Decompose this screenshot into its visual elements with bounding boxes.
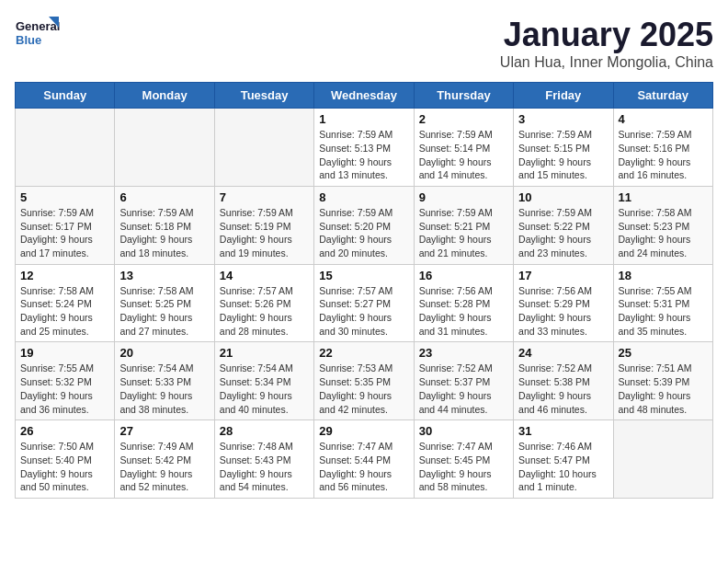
weekday-sunday: Sunday: [16, 83, 115, 109]
day-info: Sunrise: 7:56 AMSunset: 5:28 PMDaylight:…: [419, 284, 508, 339]
day-number: 10: [518, 190, 608, 204]
day-info: Sunrise: 7:57 AMSunset: 5:26 PMDaylight:…: [220, 284, 309, 339]
day-number: 20: [119, 346, 209, 360]
calendar-week-4: 19Sunrise: 7:55 AMSunset: 5:32 PMDayligh…: [16, 342, 713, 420]
day-number: 2: [419, 112, 508, 126]
weekday-saturday: Saturday: [613, 83, 712, 109]
day-number: 28: [220, 424, 309, 438]
day-info: Sunrise: 7:50 AMSunset: 5:40 PMDaylight:…: [20, 440, 109, 494]
day-number: 18: [619, 269, 708, 282]
weekday-tuesday: Tuesday: [214, 83, 313, 109]
day-info: Sunrise: 7:59 AMSunset: 5:13 PMDaylight:…: [319, 128, 408, 182]
day-number: 31: [518, 424, 608, 438]
day-info: Sunrise: 7:59 AMSunset: 5:18 PMDaylight:…: [119, 206, 209, 260]
calendar-subtitle: Ulan Hua, Inner Mongolia, China: [500, 54, 713, 71]
calendar-cell: 20Sunrise: 7:54 AMSunset: 5:33 PMDayligh…: [115, 342, 214, 420]
calendar-cell: 21Sunrise: 7:54 AMSunset: 5:34 PMDayligh…: [214, 342, 313, 420]
calendar-header: SundayMondayTuesdayWednesdayThursdayFrid…: [16, 83, 713, 109]
calendar-cell: 1Sunrise: 7:59 AMSunset: 5:13 PMDaylight…: [314, 109, 414, 187]
day-info: Sunrise: 7:48 AMSunset: 5:43 PMDaylight:…: [220, 440, 309, 494]
day-number: 6: [119, 190, 209, 204]
calendar-cell: 31Sunrise: 7:46 AMSunset: 5:47 PMDayligh…: [514, 420, 613, 499]
calendar-cell: 2Sunrise: 7:59 AMSunset: 5:14 PMDaylight…: [414, 109, 513, 187]
day-number: 12: [20, 269, 109, 282]
day-number: 25: [619, 346, 708, 360]
calendar-week-2: 5Sunrise: 7:59 AMSunset: 5:17 PMDaylight…: [16, 186, 713, 264]
title-area: January 2025 Ulan Hua, Inner Mongolia, C…: [500, 15, 713, 71]
day-number: 9: [419, 190, 508, 204]
calendar-cell: 16Sunrise: 7:56 AMSunset: 5:28 PMDayligh…: [414, 264, 513, 342]
calendar-week-5: 26Sunrise: 7:50 AMSunset: 5:40 PMDayligh…: [16, 420, 713, 499]
calendar-cell: 24Sunrise: 7:52 AMSunset: 5:38 PMDayligh…: [514, 342, 613, 420]
day-number: 30: [419, 424, 508, 438]
day-info: Sunrise: 7:59 AMSunset: 5:20 PMDaylight:…: [319, 206, 408, 260]
day-number: 24: [518, 346, 608, 360]
day-info: Sunrise: 7:49 AMSunset: 5:42 PMDaylight:…: [119, 440, 209, 494]
day-info: Sunrise: 7:59 AMSunset: 5:16 PMDaylight:…: [619, 128, 708, 182]
day-info: Sunrise: 7:56 AMSunset: 5:29 PMDaylight:…: [518, 284, 608, 339]
calendar-cell: 18Sunrise: 7:55 AMSunset: 5:31 PMDayligh…: [613, 264, 712, 342]
weekday-wednesday: Wednesday: [314, 83, 414, 109]
weekday-header-row: SundayMondayTuesdayWednesdayThursdayFrid…: [16, 83, 713, 109]
day-info: Sunrise: 7:59 AMSunset: 5:14 PMDaylight:…: [419, 128, 508, 182]
calendar-cell: 17Sunrise: 7:56 AMSunset: 5:29 PMDayligh…: [514, 264, 613, 342]
svg-text:Blue: Blue: [16, 33, 41, 47]
day-number: 1: [319, 112, 408, 126]
calendar-cell: 6Sunrise: 7:59 AMSunset: 5:18 PMDaylight…: [115, 186, 214, 264]
logo: General Blue: [15, 15, 61, 55]
day-info: Sunrise: 7:52 AMSunset: 5:37 PMDaylight:…: [419, 362, 508, 416]
day-info: Sunrise: 7:54 AMSunset: 5:34 PMDaylight:…: [220, 362, 309, 416]
day-info: Sunrise: 7:59 AMSunset: 5:19 PMDaylight:…: [220, 206, 309, 260]
day-number: 4: [619, 112, 708, 126]
calendar-week-1: 1Sunrise: 7:59 AMSunset: 5:13 PMDaylight…: [16, 109, 713, 187]
calendar-title: January 2025: [500, 15, 713, 54]
calendar-cell: [214, 109, 313, 187]
day-number: 21: [220, 346, 309, 360]
calendar-cell: 22Sunrise: 7:53 AMSunset: 5:35 PMDayligh…: [314, 342, 414, 420]
calendar-cell: 4Sunrise: 7:59 AMSunset: 5:16 PMDaylight…: [613, 109, 712, 187]
calendar-table: SundayMondayTuesdayWednesdayThursdayFrid…: [15, 82, 713, 499]
day-number: 19: [20, 346, 109, 360]
day-number: 15: [319, 269, 408, 282]
day-number: 29: [319, 424, 408, 438]
day-info: Sunrise: 7:57 AMSunset: 5:27 PMDaylight:…: [319, 284, 408, 339]
calendar-cell: 30Sunrise: 7:47 AMSunset: 5:45 PMDayligh…: [414, 420, 513, 499]
general-blue-logo-icon: General Blue: [15, 15, 61, 55]
calendar-cell: 8Sunrise: 7:59 AMSunset: 5:20 PMDaylight…: [314, 186, 414, 264]
calendar-cell: 26Sunrise: 7:50 AMSunset: 5:40 PMDayligh…: [16, 420, 115, 499]
day-info: Sunrise: 7:59 AMSunset: 5:22 PMDaylight:…: [518, 206, 608, 260]
calendar-cell: 10Sunrise: 7:59 AMSunset: 5:22 PMDayligh…: [514, 186, 613, 264]
calendar-cell: 25Sunrise: 7:51 AMSunset: 5:39 PMDayligh…: [613, 342, 712, 420]
calendar-cell: 28Sunrise: 7:48 AMSunset: 5:43 PMDayligh…: [214, 420, 313, 499]
day-info: Sunrise: 7:59 AMSunset: 5:21 PMDaylight:…: [419, 206, 508, 260]
day-info: Sunrise: 7:55 AMSunset: 5:31 PMDaylight:…: [619, 284, 708, 339]
calendar-cell: 14Sunrise: 7:57 AMSunset: 5:26 PMDayligh…: [214, 264, 313, 342]
day-number: 16: [419, 269, 508, 282]
day-info: Sunrise: 7:51 AMSunset: 5:39 PMDaylight:…: [619, 362, 708, 416]
day-info: Sunrise: 7:54 AMSunset: 5:33 PMDaylight:…: [119, 362, 209, 416]
day-info: Sunrise: 7:53 AMSunset: 5:35 PMDaylight:…: [319, 362, 408, 416]
day-number: 7: [220, 190, 309, 204]
day-number: 17: [518, 269, 608, 282]
day-info: Sunrise: 7:58 AMSunset: 5:25 PMDaylight:…: [119, 284, 209, 339]
day-info: Sunrise: 7:52 AMSunset: 5:38 PMDaylight:…: [518, 362, 608, 416]
day-info: Sunrise: 7:55 AMSunset: 5:32 PMDaylight:…: [20, 362, 109, 416]
calendar-cell: 13Sunrise: 7:58 AMSunset: 5:25 PMDayligh…: [115, 264, 214, 342]
day-number: 26: [20, 424, 109, 438]
day-info: Sunrise: 7:47 AMSunset: 5:44 PMDaylight:…: [319, 440, 408, 494]
calendar-cell: [613, 420, 712, 499]
day-number: 13: [119, 269, 209, 282]
calendar-cell: 23Sunrise: 7:52 AMSunset: 5:37 PMDayligh…: [414, 342, 513, 420]
day-number: 22: [319, 346, 408, 360]
day-number: 23: [419, 346, 508, 360]
day-number: 8: [319, 190, 408, 204]
weekday-thursday: Thursday: [414, 83, 513, 109]
weekday-monday: Monday: [115, 83, 214, 109]
calendar-cell: 7Sunrise: 7:59 AMSunset: 5:19 PMDaylight…: [214, 186, 313, 264]
calendar-cell: 27Sunrise: 7:49 AMSunset: 5:42 PMDayligh…: [115, 420, 214, 499]
day-info: Sunrise: 7:59 AMSunset: 5:15 PMDaylight:…: [518, 128, 608, 182]
calendar-cell: 11Sunrise: 7:58 AMSunset: 5:23 PMDayligh…: [613, 186, 712, 264]
day-info: Sunrise: 7:58 AMSunset: 5:24 PMDaylight:…: [20, 284, 109, 339]
day-info: Sunrise: 7:58 AMSunset: 5:23 PMDaylight:…: [619, 206, 708, 260]
day-number: 14: [220, 269, 309, 282]
